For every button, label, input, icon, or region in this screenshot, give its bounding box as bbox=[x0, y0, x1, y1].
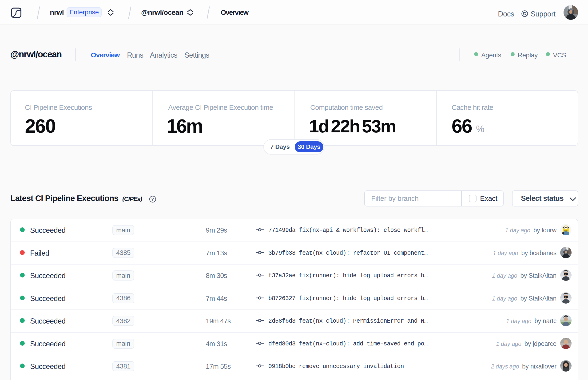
svg-text:?: ? bbox=[152, 197, 154, 202]
